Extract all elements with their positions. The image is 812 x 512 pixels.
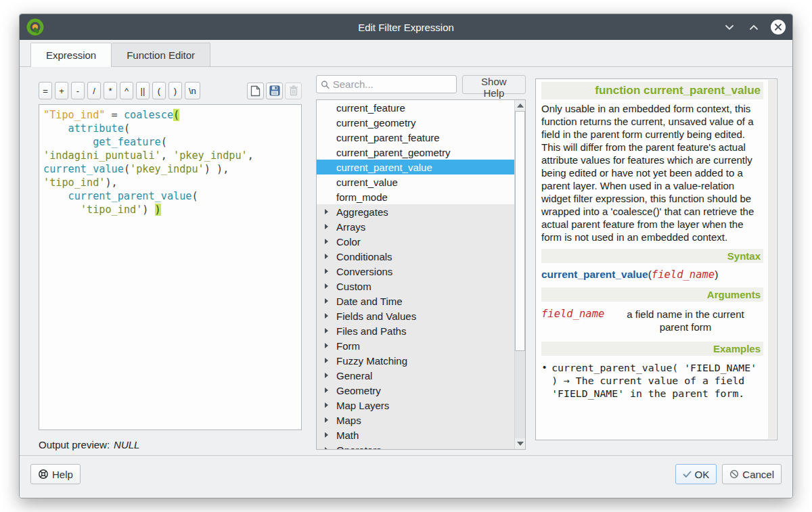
operator-button-/[interactable]: /	[87, 82, 101, 99]
operator-button-\n[interactable]: \n	[185, 82, 200, 99]
function-item-current_parent_feature[interactable]: current_parent_feature	[317, 130, 514, 145]
scrollbar-up-button[interactable]	[515, 100, 525, 111]
function-group-form[interactable]: Form	[317, 338, 514, 353]
function-group-maps[interactable]: Maps	[317, 413, 514, 427]
expand-triangle-icon[interactable]	[325, 313, 328, 319]
operator-button-+[interactable]: +	[55, 82, 68, 99]
expand-triangle-icon[interactable]	[325, 239, 328, 244]
expand-triangle-icon[interactable]	[325, 254, 328, 259]
function-group-map-layers[interactable]: Map Layers	[317, 398, 514, 413]
expand-triangle-icon[interactable]	[325, 417, 328, 423]
help-panel: function current_parent_value Only usabl…	[535, 78, 777, 440]
help-arguments-header: Arguments	[541, 287, 763, 302]
expand-triangle-icon[interactable]	[325, 447, 328, 450]
expand-triangle-icon[interactable]	[325, 224, 328, 229]
operator-button-^[interactable]: ^	[120, 82, 133, 99]
tab-function-editor[interactable]: Function Editor	[112, 43, 210, 66]
save-icon	[269, 85, 280, 96]
operator-button-([interactable]: (	[152, 82, 166, 99]
expression-code-editor[interactable]: "Tipo_ind" = coalesce( attribute( get_fe…	[39, 104, 302, 430]
function-label: current_value	[317, 177, 398, 188]
expand-triangle-icon[interactable]	[325, 209, 328, 214]
help-button[interactable]: Help	[30, 464, 81, 484]
show-help-button[interactable]: Show Help	[462, 75, 526, 94]
maximize-button[interactable]	[746, 20, 761, 34]
scrollbar-down-button[interactable]	[515, 438, 525, 449]
operator-button-*[interactable]: *	[104, 82, 117, 99]
expand-triangle-icon[interactable]	[325, 343, 328, 348]
function-search[interactable]	[316, 75, 457, 93]
search-input[interactable]	[333, 78, 452, 90]
function-label: Fuzzy Matching	[317, 355, 407, 367]
operator-button-)[interactable]: )	[168, 82, 182, 99]
function-group-conversions[interactable]: Conversions	[317, 264, 514, 279]
function-group-custom[interactable]: Custom	[317, 279, 514, 294]
expand-triangle-icon[interactable]	[325, 373, 328, 378]
function-list-scrollbar	[514, 100, 525, 449]
function-group-conditionals[interactable]: Conditionals	[317, 249, 514, 264]
expand-triangle-icon[interactable]	[325, 269, 328, 274]
function-group-date-and-time[interactable]: Date and Time	[317, 294, 514, 308]
operator-button--[interactable]: -	[71, 82, 85, 99]
argument-description: a field name in the current parent form	[621, 308, 750, 333]
function-group-operators[interactable]: Operators	[317, 442, 514, 450]
output-preview-label: Output preview:	[39, 439, 110, 450]
function-group-aggregates[interactable]: Aggregates	[317, 204, 514, 219]
close-icon	[774, 23, 782, 31]
triangle-down-icon	[517, 442, 524, 446]
function-label: current_feature	[317, 102, 405, 114]
minimize-button[interactable]	[722, 20, 737, 34]
function-label: form_mode	[317, 191, 388, 203]
function-item-current_parent_geometry[interactable]: current_parent_geometry	[317, 145, 514, 160]
expand-triangle-icon[interactable]	[325, 283, 328, 289]
ok-button-label: OK	[695, 469, 710, 480]
expand-triangle-icon[interactable]	[325, 358, 328, 363]
trash-icon	[289, 85, 298, 96]
function-label: Arrays	[317, 221, 365, 233]
close-button[interactable]	[771, 20, 786, 34]
save-expression-button[interactable]	[266, 83, 283, 99]
function-item-current_parent_value[interactable]: current_parent_value	[317, 160, 514, 174]
function-item-current_geometry[interactable]: current_geometry	[317, 115, 514, 130]
cancel-button-label: Cancel	[742, 469, 774, 480]
operator-toolbar: =+-/*^||()\n	[39, 82, 302, 99]
qgis-logo-icon	[26, 18, 44, 36]
tab-expression[interactable]: Expression	[30, 43, 112, 67]
output-preview: Output preview:NULL	[39, 439, 302, 450]
function-label: current_geometry	[317, 117, 416, 129]
function-group-geometry[interactable]: Geometry	[317, 383, 514, 398]
operator-button-||[interactable]: ||	[136, 82, 150, 99]
new-expression-button[interactable]	[247, 83, 264, 99]
ok-button[interactable]: OK	[675, 464, 717, 484]
cancel-button[interactable]: Cancel	[722, 464, 782, 484]
function-item-current_value[interactable]: current_value	[317, 174, 514, 189]
syntax-argument: field_name	[652, 269, 715, 281]
function-label: current_parent_value	[317, 162, 432, 173]
function-group-math[interactable]: Math	[317, 427, 514, 442]
expression-column: =+-/*^||()\n	[39, 82, 302, 450]
function-group-color[interactable]: Color	[317, 234, 514, 249]
expand-triangle-icon[interactable]	[325, 328, 328, 333]
check-icon	[683, 471, 692, 478]
expand-triangle-icon[interactable]	[325, 388, 328, 393]
expand-triangle-icon[interactable]	[325, 298, 328, 304]
expand-triangle-icon[interactable]	[325, 432, 328, 438]
function-item-form_mode[interactable]: form_mode	[317, 189, 514, 204]
operator-button-=[interactable]: =	[39, 82, 52, 99]
help-panel-scrollbar[interactable]	[768, 80, 776, 439]
help-title: function current_parent_value	[541, 82, 763, 99]
function-group-general[interactable]: General	[317, 368, 514, 383]
chevron-up-icon	[749, 24, 759, 30]
function-label: Files and Paths	[317, 325, 406, 337]
scrollbar-thumb[interactable]	[515, 111, 525, 351]
function-group-fields-and-values[interactable]: Fields and Values	[317, 308, 514, 323]
function-group-files-and-paths[interactable]: Files and Paths	[317, 323, 514, 338]
syntax-close-paren: )	[715, 269, 718, 280]
function-item-current_feature[interactable]: current_feature	[317, 100, 514, 115]
titlebar[interactable]: Edit Filter Expression	[20, 14, 792, 40]
function-group-fuzzy-matching[interactable]: Fuzzy Matching	[317, 353, 514, 368]
output-preview-value: NULL	[114, 439, 139, 450]
window-title: Edit Filter Expression	[20, 22, 792, 33]
expand-triangle-icon[interactable]	[325, 402, 328, 408]
function-group-arrays[interactable]: Arrays	[317, 219, 514, 234]
